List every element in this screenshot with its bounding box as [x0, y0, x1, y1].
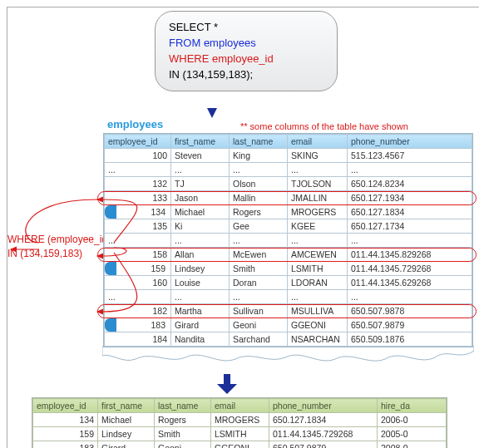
- where-line1: WHERE (employee_id): [7, 233, 111, 247]
- table-row: 158AllanMcEwenAMCEWEN011.44.1345.829268: [105, 248, 472, 262]
- col-email: email: [211, 399, 269, 413]
- table-row-highlight: 134MichaelRogersMROGERS650.127.1834: [105, 205, 472, 219]
- sql-line-where: WHERE employee_id: [169, 52, 323, 67]
- col-phone: phone_number: [269, 399, 378, 413]
- table-row: 160LouiseDoranLDORAN011.44.1345.629268: [105, 276, 472, 290]
- sql-line-select: SELECT *: [169, 20, 323, 36]
- table-row: 184NanditaSarchandNSARCHAN650.509.1876: [105, 332, 472, 347]
- col-phone: phone_number: [348, 135, 472, 149]
- table-row: 182MarthaSullivanMSULLIVA650.507.9878: [105, 304, 472, 318]
- col-first-name: first_name: [98, 399, 155, 413]
- table-row-ellipsis: ...............: [105, 290, 472, 304]
- col-employee-id: employee_id: [105, 135, 171, 149]
- arrow-down-icon: [215, 372, 239, 396]
- table-row: 159LindseySmithLSMITH011.44.1345.7292682…: [33, 427, 447, 441]
- result-table: employee_id first_name last_name email p…: [32, 397, 447, 448]
- table-row-highlight: 159LindseySmithLSMITH011.44.1345.729268: [105, 262, 472, 276]
- col-last-name: last_name: [230, 135, 288, 149]
- table-row: 183GirardGeoniGGEONI650.507.98792008-0: [33, 441, 447, 448]
- diagram-stage: employees ** some columns of the table h…: [7, 100, 473, 448]
- table-row: 133JasonMallinJMALLIN650.127.1934: [105, 191, 472, 205]
- where-line2: IN (134,159,183): [7, 247, 111, 261]
- table-row: 134MichaelRogersMROGERS650.127.18342006-…: [33, 413, 447, 427]
- torn-edge-icon: [102, 346, 474, 366]
- where-clause-label: WHERE (employee_id) IN (134,159,183): [7, 233, 111, 261]
- col-hire-date: hire_da: [378, 399, 447, 413]
- columns-note: ** some columns of the table have shown: [240, 121, 408, 131]
- sql-query-box: SELECT * FROM employees WHERE employee_i…: [155, 11, 338, 91]
- employees-table-label: employees: [107, 118, 163, 130]
- table-row: 132TJOlsonTJOLSON650.124.8234: [105, 177, 472, 191]
- col-email: email: [288, 135, 348, 149]
- col-first-name: first_name: [171, 135, 230, 149]
- col-employee-id: employee_id: [33, 399, 98, 413]
- sql-line-from: FROM employees: [169, 36, 323, 52]
- table-row: 135KiGeeKGEE650.127.1734: [105, 219, 472, 234]
- table-row-ellipsis: ...............: [105, 234, 472, 248]
- arrow-down-icon: [207, 108, 217, 118]
- table-row: 100 Steven King SKING 515.123.4567: [105, 149, 472, 163]
- col-last-name: last_name: [155, 399, 211, 413]
- employees-table: employee_id first_name last_name email p…: [103, 133, 473, 347]
- table-row-ellipsis: ...............: [105, 163, 472, 177]
- table-header-row: employee_id first_name last_name email p…: [105, 135, 472, 149]
- sql-line-in: IN (134,159,183);: [169, 67, 323, 83]
- table-row-highlight: 183GirardGeoniGGEONI650.507.9879: [105, 318, 472, 332]
- table-header-row: employee_id first_name last_name email p…: [33, 399, 447, 413]
